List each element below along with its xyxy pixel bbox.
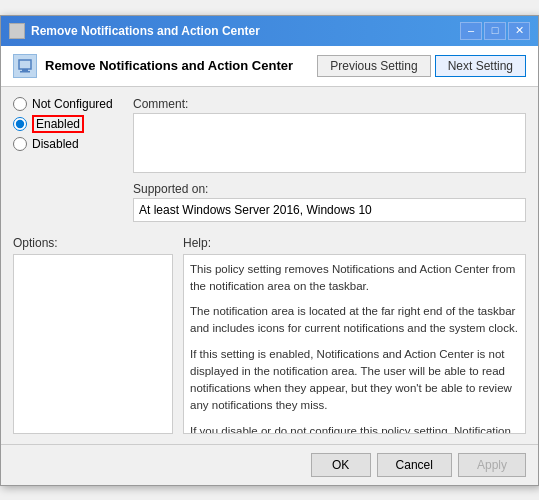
supported-on-label: Supported on: — [133, 182, 526, 196]
radio-disabled[interactable]: Disabled — [13, 137, 123, 151]
radio-not-configured-input[interactable] — [13, 97, 27, 111]
main-content: Not Configured Enabled Disabled Comment: — [1, 87, 538, 444]
comment-textarea[interactable] — [133, 113, 526, 173]
title-bar: Remove Notifications and Action Center –… — [1, 16, 538, 46]
supported-on-input — [133, 198, 526, 222]
radio-section: Not Configured Enabled Disabled — [13, 97, 123, 228]
previous-setting-button[interactable]: Previous Setting — [317, 55, 430, 77]
top-row: Not Configured Enabled Disabled Comment: — [13, 97, 526, 228]
header-left: Remove Notifications and Action Center — [13, 54, 293, 78]
radio-disabled-input[interactable] — [13, 137, 27, 151]
minimize-button[interactable]: – — [460, 22, 482, 40]
help-text-box: This policy setting removes Notification… — [183, 254, 526, 434]
radio-not-configured[interactable]: Not Configured — [13, 97, 123, 111]
title-bar-controls: – □ ✕ — [460, 22, 530, 40]
svg-rect-0 — [19, 60, 31, 69]
comment-input-wrapper — [133, 113, 526, 176]
bottom-section: Options: Help: This policy setting remov… — [13, 236, 526, 434]
footer: OK Cancel Apply — [1, 444, 538, 485]
svg-rect-2 — [20, 71, 30, 73]
cancel-button[interactable]: Cancel — [377, 453, 452, 477]
window-icon — [9, 23, 25, 39]
comment-label: Comment: — [133, 97, 526, 111]
help-label: Help: — [183, 236, 526, 250]
options-section: Options: — [13, 236, 173, 434]
header-icon — [13, 54, 37, 78]
apply-button[interactable]: Apply — [458, 453, 526, 477]
help-section: Help: This policy setting removes Notifi… — [183, 236, 526, 434]
next-setting-button[interactable]: Next Setting — [435, 55, 526, 77]
radio-disabled-label: Disabled — [32, 137, 79, 151]
header-buttons: Previous Setting Next Setting — [317, 55, 526, 77]
comment-group: Comment: — [133, 97, 526, 176]
supported-on-wrapper — [133, 198, 526, 222]
maximize-button[interactable]: □ — [484, 22, 506, 40]
supported-on-group: Supported on: — [133, 182, 526, 222]
radio-enabled-input[interactable] — [13, 117, 27, 131]
header-title: Remove Notifications and Action Center — [45, 58, 293, 73]
ok-button[interactable]: OK — [311, 453, 371, 477]
main-window: Remove Notifications and Action Center –… — [0, 15, 539, 486]
radio-enabled[interactable]: Enabled — [13, 115, 123, 133]
options-label: Options: — [13, 236, 173, 250]
options-box — [13, 254, 173, 434]
window-title: Remove Notifications and Action Center — [31, 24, 260, 38]
dialog-header: Remove Notifications and Action Center P… — [1, 46, 538, 87]
right-section: Comment: Supported on: — [133, 97, 526, 228]
radio-not-configured-label: Not Configured — [32, 97, 113, 111]
radio-enabled-label: Enabled — [32, 115, 84, 133]
svg-rect-1 — [22, 69, 28, 71]
close-button[interactable]: ✕ — [508, 22, 530, 40]
title-bar-left: Remove Notifications and Action Center — [9, 23, 260, 39]
